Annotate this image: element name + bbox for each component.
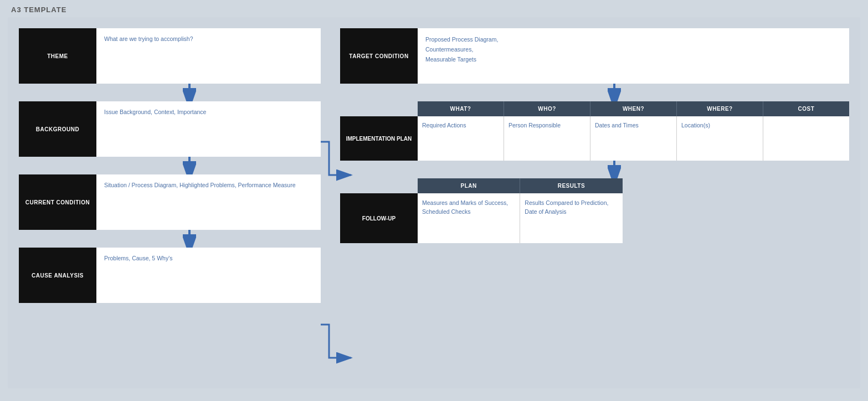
arrow-theme-to-background	[58, 84, 321, 101]
impl-data-row: Required Actions Person Responsible Date…	[418, 116, 849, 161]
impl-section-label: IMPLEMENTATION PLAN	[340, 116, 418, 161]
followup-cell-plan[interactable]: Measures and Marks of Success, Scheduled…	[418, 193, 520, 243]
followup-header-results: RESULTS	[520, 178, 622, 193]
current-condition-content[interactable]: Situation / Process Diagram, Highlighted…	[96, 174, 321, 230]
background-label: BACKGROUND	[19, 101, 96, 157]
target-condition-label: TARGET CONDITION	[340, 28, 418, 84]
target-condition-block: TARGET CONDITION Proposed Process Diagra…	[340, 28, 849, 84]
arrow-background-to-current	[58, 157, 321, 174]
implementation-plan-section: WHAT? WHO? WHEN? WHERE? COST IMPLEMENTAT…	[340, 101, 849, 161]
followup-data-row: Measures and Marks of Success, Scheduled…	[418, 193, 623, 243]
impl-header-row: WHAT? WHO? WHEN? WHERE? COST	[418, 101, 849, 116]
arrow-impl-to-followup	[379, 161, 849, 178]
impl-header-cost: COST	[763, 101, 849, 116]
background-text: Issue Background, Context, Importance	[104, 108, 206, 117]
main-container: THEME What are we trying to accomplish? …	[8, 17, 860, 388]
theme-text: What are we trying to accomplish?	[104, 35, 193, 44]
followup-cell-results[interactable]: Results Compared to Prediction, Date of …	[520, 193, 622, 243]
theme-content[interactable]: What are we trying to accomplish?	[96, 28, 321, 84]
right-column: TARGET CONDITION Proposed Process Diagra…	[340, 28, 849, 243]
current-condition-text: Situation / Process Diagram, Highlighted…	[104, 181, 296, 190]
page-title: A3 TEMPLATE	[0, 0, 868, 17]
followup-section-label: FOLLOW-UP	[340, 193, 418, 243]
followup-header-row: PLAN RESULTS	[418, 178, 623, 193]
followup-section: PLAN RESULTS FOLLOW-UP Measures and Mark…	[340, 178, 849, 243]
current-condition-label: CURRENT CONDITION	[19, 174, 96, 230]
impl-cell-who[interactable]: Person Responsible	[504, 116, 590, 161]
target-condition-content[interactable]: Proposed Process Diagram, Countermeasure…	[418, 28, 849, 84]
cause-analysis-content[interactable]: Problems, Cause, 5 Why's	[96, 248, 321, 303]
arrow-current-to-cause	[58, 230, 321, 248]
target-condition-text: Proposed Process Diagram, Countermeasure…	[425, 36, 498, 63]
arrow-target-to-impl	[379, 84, 849, 101]
followup-header-plan: PLAN	[418, 178, 520, 193]
followup-row-wrapper: FOLLOW-UP Measures and Marks of Success,…	[340, 193, 849, 243]
impl-header-where: WHERE?	[677, 101, 763, 116]
impl-cell-cost[interactable]	[763, 116, 849, 161]
background-block: BACKGROUND Issue Background, Context, Im…	[19, 101, 321, 157]
theme-block: THEME What are we trying to accomplish?	[19, 28, 321, 84]
current-condition-block: CURRENT CONDITION Situation / Process Di…	[19, 174, 321, 230]
left-column: THEME What are we trying to accomplish? …	[19, 28, 321, 303]
cause-analysis-text: Problems, Cause, 5 Why's	[104, 254, 172, 263]
background-content[interactable]: Issue Background, Context, Importance	[96, 101, 321, 157]
cause-analysis-label: CAUSE ANALYSIS	[19, 248, 96, 303]
impl-cell-where[interactable]: Location(s)	[677, 116, 763, 161]
impl-cell-when[interactable]: Dates and Times	[590, 116, 677, 161]
impl-header-when: WHEN?	[590, 101, 677, 116]
impl-header-what: WHAT?	[418, 101, 504, 116]
cause-analysis-block: CAUSE ANALYSIS Problems, Cause, 5 Why's	[19, 248, 321, 303]
impl-cell-what[interactable]: Required Actions	[418, 116, 504, 161]
theme-label: THEME	[19, 28, 96, 84]
impl-header-who: WHO?	[504, 101, 590, 116]
impl-row-wrapper: IMPLEMENTATION PLAN Required Actions Per…	[340, 116, 849, 161]
